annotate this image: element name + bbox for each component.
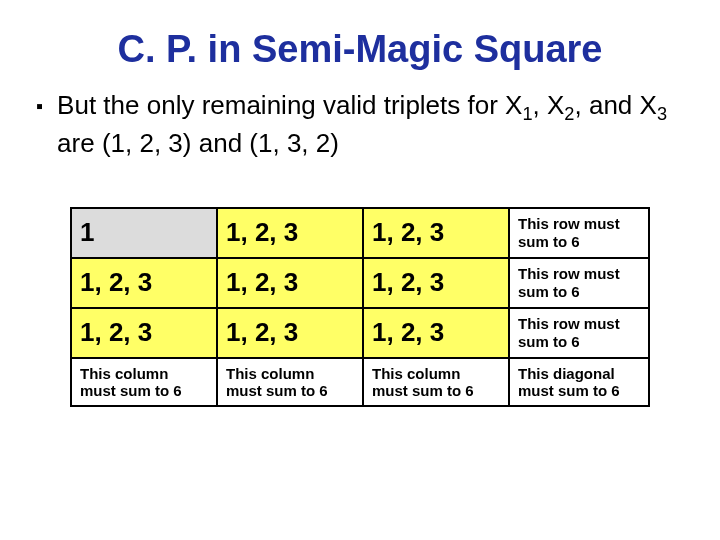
row-note-1: This row must sum to 6 [509, 258, 649, 308]
cell-r0c1: 1, 2, 3 [217, 208, 363, 258]
bullet-frag-post: are (1, 2, 3) and (1, 3, 2) [57, 128, 339, 158]
bullet-text: But the only remaining valid triplets fo… [57, 89, 680, 161]
cell-r2c0: 1, 2, 3 [71, 308, 217, 358]
col-note-0: This column must sum to 6 [71, 358, 217, 407]
row-note-2: This row must sum to 6 [509, 308, 649, 358]
cell-r2c2: 1, 2, 3 [363, 308, 509, 358]
cell-r2c1: 1, 2, 3 [217, 308, 363, 358]
row-note-0: This row must sum to 6 [509, 208, 649, 258]
slide-title: C. P. in Semi-Magic Square [30, 28, 690, 71]
col-note-1: This column must sum to 6 [217, 358, 363, 407]
magic-square-table: 1 1, 2, 3 1, 2, 3 This row must sum to 6… [70, 207, 650, 408]
grid-table: 1 1, 2, 3 1, 2, 3 This row must sum to 6… [70, 207, 650, 408]
bullet-frag-mid2: , and X [574, 90, 656, 120]
bullet-sub-1: 1 [522, 104, 532, 124]
bullet-sub-2: 2 [564, 104, 574, 124]
bullet-sub-3: 3 [657, 104, 667, 124]
bullet-frag-pre: But the only remaining valid triplets fo… [57, 90, 522, 120]
table-row: This column must sum to 6 This column mu… [71, 358, 649, 407]
table-row: 1, 2, 3 1, 2, 3 1, 2, 3 This row must su… [71, 308, 649, 358]
col-note-2: This column must sum to 6 [363, 358, 509, 407]
cell-r0c0: 1 [71, 208, 217, 258]
cell-r1c2: 1, 2, 3 [363, 258, 509, 308]
bullet-item: ▪ But the only remaining valid triplets … [30, 89, 690, 161]
table-row: 1, 2, 3 1, 2, 3 1, 2, 3 This row must su… [71, 258, 649, 308]
table-row: 1 1, 2, 3 1, 2, 3 This row must sum to 6 [71, 208, 649, 258]
bullet-marker-icon: ▪ [36, 89, 43, 123]
slide: C. P. in Semi-Magic Square ▪ But the onl… [0, 0, 720, 540]
cell-r1c0: 1, 2, 3 [71, 258, 217, 308]
cell-r1c1: 1, 2, 3 [217, 258, 363, 308]
cell-r0c2: 1, 2, 3 [363, 208, 509, 258]
diag-note: This diagonal must sum to 6 [509, 358, 649, 407]
bullet-frag-mid1: , X [533, 90, 565, 120]
